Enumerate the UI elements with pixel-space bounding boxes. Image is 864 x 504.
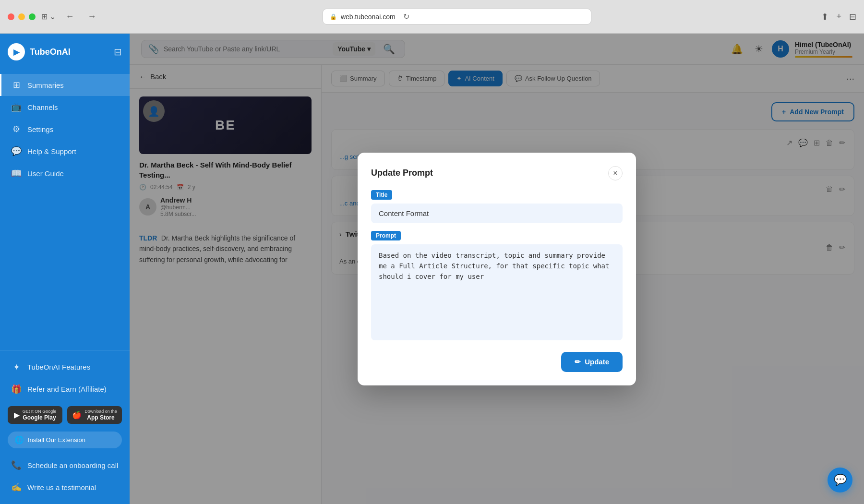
- sidebar: ▶ TubeOnAI ⊟ ⊞ Summaries 📺 Channels ⚙ Se…: [0, 34, 130, 504]
- app-badges: ▶ GEt It ON Google Google Play 🍎 Downloa…: [0, 400, 130, 430]
- sidebar-item-schedule[interactable]: 📞 Schedule an onboarding call: [0, 454, 130, 476]
- sidebar-item-label: Help & Support: [27, 147, 76, 156]
- prompt-textarea[interactable]: Based on the video transcript, topic and…: [371, 244, 623, 340]
- sidebar-item-label: Write us a testimonial: [27, 483, 96, 492]
- browser-actions: ⬆ + ⊟: [821, 12, 856, 22]
- sidebar-item-summaries[interactable]: ⊞ Summaries: [0, 74, 130, 96]
- sidebar-item-user-guide[interactable]: 📖 User Guide: [0, 162, 130, 184]
- guide-icon: 📖: [11, 168, 22, 179]
- content-area: ← Back BE 👤 Dr. Martha Beck - Self With …: [130, 65, 864, 504]
- phone-icon: 📞: [11, 460, 22, 470]
- fullscreen-traffic-light[interactable]: [29, 13, 36, 20]
- summaries-icon: ⊞: [11, 80, 22, 90]
- title-label-badge: Title: [371, 190, 392, 200]
- logo-area: ▶ TubeOnAI: [8, 43, 71, 60]
- right-panel: ⬜ Summary ⏱ Timestamp ✦ AI Content 💬 Ask…: [322, 65, 864, 504]
- google-play-button[interactable]: ▶ GEt It ON Google Google Play: [8, 406, 62, 424]
- channels-icon: 📺: [11, 102, 22, 112]
- back-nav-button[interactable]: ←: [61, 10, 78, 24]
- sidebar-item-label: Schedule an onboarding call: [27, 461, 118, 469]
- new-tab-button[interactable]: +: [836, 12, 841, 22]
- modal-close-button[interactable]: ×: [608, 166, 623, 180]
- chat-bubble-icon: 💬: [834, 474, 847, 486]
- extension-label: Install Our Extension: [28, 436, 85, 444]
- sidebar-item-channels[interactable]: 📺 Channels: [0, 96, 130, 118]
- share-browser-button[interactable]: ⬆: [821, 12, 828, 22]
- close-traffic-light[interactable]: [8, 13, 14, 20]
- traffic-lights: [8, 13, 36, 20]
- google-play-sublabel: GEt It ON Google: [23, 409, 57, 414]
- settings-icon: ⚙: [11, 124, 22, 134]
- sidebar-toggle-button[interactable]: ⊟: [114, 46, 122, 58]
- update-label: Update: [585, 358, 609, 366]
- chat-bubble-button[interactable]: 💬: [828, 468, 852, 492]
- extension-button[interactable]: 🌐 Install Our Extension: [8, 432, 122, 448]
- sidebar-item-label: Refer and Earn (Affiliate): [27, 385, 107, 393]
- write-icon: ✍: [11, 482, 22, 492]
- sidebar-item-label: User Guide: [27, 169, 64, 178]
- sidebar-item-help[interactable]: 💬 Help & Support: [0, 140, 130, 162]
- logo-text: TubeOnAI: [30, 47, 71, 57]
- app-store-button[interactable]: 🍎 Download on the App Store: [67, 406, 122, 424]
- reload-button[interactable]: ↻: [403, 12, 409, 21]
- modal-title-field: Title: [371, 190, 623, 223]
- update-prompt-modal: Update Prompt × Title Prompt Based on th…: [358, 153, 636, 385]
- sidebar-bottom: ✦ TubeOnAI Features 🎁 Refer and Earn (Af…: [0, 350, 130, 504]
- app-store-sublabel: Download on the: [84, 409, 117, 414]
- google-play-mainlabel: Google Play: [23, 414, 57, 421]
- modal-footer: ✏ Update: [371, 352, 623, 372]
- sidebar-nav: ⊞ Summaries 📺 Channels ⚙ Settings 💬 Help…: [0, 70, 130, 350]
- sidebar-item-features[interactable]: ✦ TubeOnAI Features: [0, 356, 130, 378]
- sidebar-item-label: Settings: [27, 125, 53, 133]
- sidebar-header: ▶ TubeOnAI ⊟: [0, 34, 130, 70]
- sidebar-item-label: TubeOnAI Features: [27, 363, 90, 371]
- main-content: 📎 YouTube ▾ 🔍 🔔 ☀ H Himel (TubeOnAI) Pre…: [130, 34, 864, 504]
- update-icon: ✏: [575, 358, 581, 366]
- modal-prompt-field: Prompt Based on the video transcript, to…: [371, 231, 623, 342]
- modal-header: Update Prompt ×: [371, 166, 623, 180]
- modal-title: Update Prompt: [371, 168, 433, 178]
- forward-nav-button[interactable]: →: [84, 10, 100, 24]
- chrome-icon: 🌐: [14, 435, 24, 444]
- sidebar-item-label: Channels: [27, 103, 58, 111]
- modal-overlay: Update Prompt × Title Prompt Based on th…: [130, 65, 864, 504]
- prompt-label-badge: Prompt: [371, 231, 401, 240]
- app-store-icon: 🍎: [72, 410, 82, 420]
- url-text: web.tubeonai.com: [341, 13, 396, 21]
- sidebar-item-testimonial[interactable]: ✍ Write us a testimonial: [0, 476, 130, 498]
- window-control-button[interactable]: ⊞ ⌄: [41, 12, 56, 21]
- google-play-icon: ▶: [14, 410, 20, 420]
- minimize-traffic-light[interactable]: [18, 13, 25, 20]
- update-button[interactable]: ✏ Update: [561, 352, 623, 372]
- lock-icon: 🔒: [330, 13, 337, 20]
- sidebar-item-label: Summaries: [27, 81, 64, 89]
- help-icon: 💬: [11, 146, 22, 156]
- url-bar: 🔒 web.tubeonai.com ↻: [323, 9, 591, 24]
- split-view-button[interactable]: ⊟: [849, 12, 856, 22]
- app-layout: ▶ TubeOnAI ⊟ ⊞ Summaries 📺 Channels ⚙ Se…: [0, 34, 864, 504]
- app-store-mainlabel: App Store: [84, 414, 117, 421]
- refer-icon: 🎁: [11, 384, 22, 395]
- sidebar-item-settings[interactable]: ⚙ Settings: [0, 118, 130, 140]
- title-input[interactable]: [371, 204, 623, 223]
- browser-chrome: ⊞ ⌄ ← → 🔒 web.tubeonai.com ↻ ⬆ + ⊟: [0, 0, 864, 34]
- features-icon: ✦: [11, 362, 22, 372]
- sidebar-item-refer[interactable]: 🎁 Refer and Earn (Affiliate): [0, 378, 130, 400]
- logo-icon: ▶: [8, 43, 25, 60]
